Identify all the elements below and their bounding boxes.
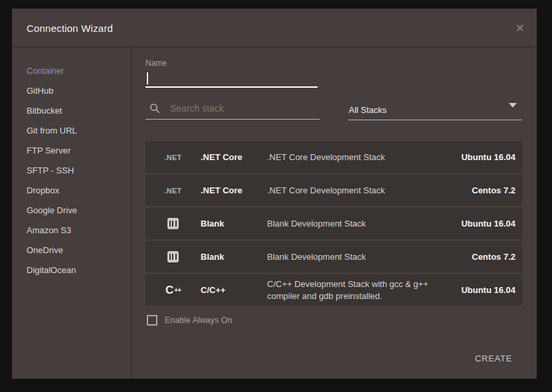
sidebar-item-ftp-server[interactable]: FTP Server bbox=[12, 141, 131, 161]
stack-icon-cell: C++ bbox=[145, 284, 201, 296]
sidebar-item-label: GitHub bbox=[27, 86, 53, 96]
cpp-icon-c: C bbox=[165, 284, 173, 296]
sidebar-item-label: FTP Server bbox=[27, 146, 70, 155]
sidebar-item-label: Bitbucket bbox=[27, 106, 62, 116]
stack-row[interactable]: .NET .NET Core .NET Core Development Sta… bbox=[145, 175, 522, 206]
text-cursor bbox=[147, 72, 148, 84]
name-field bbox=[145, 68, 318, 88]
connection-type-sidebar: Container GitHub Bitbucket Git from URL … bbox=[12, 47, 132, 379]
sidebar-item-label: Container bbox=[27, 66, 64, 76]
sidebar-item-sftp-ssh[interactable]: SFTP - SSH bbox=[12, 161, 131, 181]
wizard-main-panel: Name All Stacks .NET .NET Core .NET Core… bbox=[132, 47, 537, 379]
sidebar-item-container[interactable]: Container bbox=[12, 61, 131, 81]
sidebar-item-label: Google Drive bbox=[27, 205, 77, 215]
stack-os: Ubuntu 16.04 bbox=[448, 285, 522, 295]
stack-list: .NET .NET Core .NET Core Development Sta… bbox=[145, 142, 522, 308]
sidebar-item-git-from-url[interactable]: Git from URL bbox=[12, 121, 131, 141]
sidebar-item-google-drive[interactable]: Google Drive bbox=[12, 201, 131, 221]
stack-os: Centos 7.2 bbox=[448, 185, 522, 195]
stack-row[interactable]: C++ C/C++ C/C++ Development Stack with g… bbox=[145, 274, 522, 306]
always-on-label: Enable Always On bbox=[165, 316, 232, 325]
enable-always-on-option[interactable]: Enable Always On bbox=[147, 315, 232, 326]
stack-name: Blank bbox=[201, 252, 267, 262]
close-icon[interactable]: ✕ bbox=[515, 22, 525, 33]
stack-row[interactable]: Blank Blank Development Stack Centos 7.2 bbox=[145, 241, 522, 272]
sidebar-item-onedrive[interactable]: OneDrive bbox=[12, 241, 131, 260]
stack-description: .NET Core Development Stack bbox=[267, 151, 448, 163]
sidebar-item-label: Git from URL bbox=[27, 126, 77, 136]
cpp-icon-plus: ++ bbox=[174, 286, 181, 294]
sidebar-item-bitbucket[interactable]: Bitbucket bbox=[12, 101, 131, 121]
search-field bbox=[145, 98, 320, 120]
stack-name: C/C++ bbox=[201, 285, 267, 295]
stack-name: Blank bbox=[201, 219, 267, 229]
stack-os: Ubuntu 16.04 bbox=[448, 219, 522, 229]
stack-icon-cell bbox=[145, 218, 201, 229]
stack-description: Blank Development Stack bbox=[267, 218, 448, 230]
name-input[interactable] bbox=[145, 68, 318, 86]
blank-stack-icon bbox=[167, 251, 179, 262]
cpp-icon: C++ bbox=[165, 284, 181, 296]
stack-row[interactable]: Blank Blank Development Stack Ubuntu 16.… bbox=[145, 208, 522, 239]
stack-os: Ubuntu 16.04 bbox=[448, 152, 522, 162]
name-label: Name bbox=[145, 58, 167, 68]
search-stack-input[interactable] bbox=[160, 102, 320, 114]
search-icon bbox=[149, 103, 160, 114]
stack-os: Centos 7.2 bbox=[448, 252, 522, 262]
sidebar-item-digitalocean[interactable]: DigitalOcean bbox=[12, 260, 131, 280]
dotnet-icon: .NET bbox=[164, 153, 181, 161]
stack-row[interactable]: .NET .NET Core .NET Core Development Sta… bbox=[145, 142, 522, 173]
dialog-titlebar: Connection Wizard ✕ bbox=[12, 9, 537, 47]
sidebar-item-label: OneDrive bbox=[27, 245, 63, 255]
dotnet-icon: .NET bbox=[164, 187, 181, 195]
always-on-checkbox[interactable] bbox=[147, 315, 157, 326]
sidebar-item-label: Dropbox bbox=[27, 185, 59, 195]
sidebar-item-github[interactable]: GitHub bbox=[12, 81, 131, 101]
sidebar-item-label: DigitalOcean bbox=[27, 265, 76, 275]
stack-description: .NET Core Development Stack bbox=[267, 185, 448, 197]
stack-name: .NET Core bbox=[201, 185, 267, 195]
sidebar-item-dropbox[interactable]: Dropbox bbox=[12, 181, 131, 201]
stacks-filter-dropdown[interactable]: All Stacks bbox=[348, 99, 522, 120]
stacks-filter-value: All Stacks bbox=[348, 105, 387, 120]
sidebar-item-label: Amazon S3 bbox=[27, 225, 71, 235]
chevron-down-icon bbox=[509, 103, 517, 108]
stack-description: Blank Development Stack bbox=[267, 251, 448, 263]
dialog-title: Connection Wizard bbox=[27, 22, 113, 33]
stack-name: .NET Core bbox=[201, 152, 267, 162]
stack-description: C/C++ Development Stack with gcc & g++ c… bbox=[267, 278, 448, 302]
sidebar-item-label: SFTP - SSH bbox=[27, 165, 74, 175]
connection-wizard-dialog: Connection Wizard ✕ Container GitHub Bit… bbox=[12, 9, 537, 379]
stack-icon-cell: .NET bbox=[145, 153, 201, 161]
stack-icon-cell: .NET bbox=[145, 187, 201, 195]
stack-icon-cell bbox=[145, 251, 201, 262]
create-button[interactable]: CREATE bbox=[464, 346, 523, 370]
blank-stack-icon bbox=[167, 218, 179, 229]
sidebar-item-amazon-s3[interactable]: Amazon S3 bbox=[12, 221, 131, 241]
